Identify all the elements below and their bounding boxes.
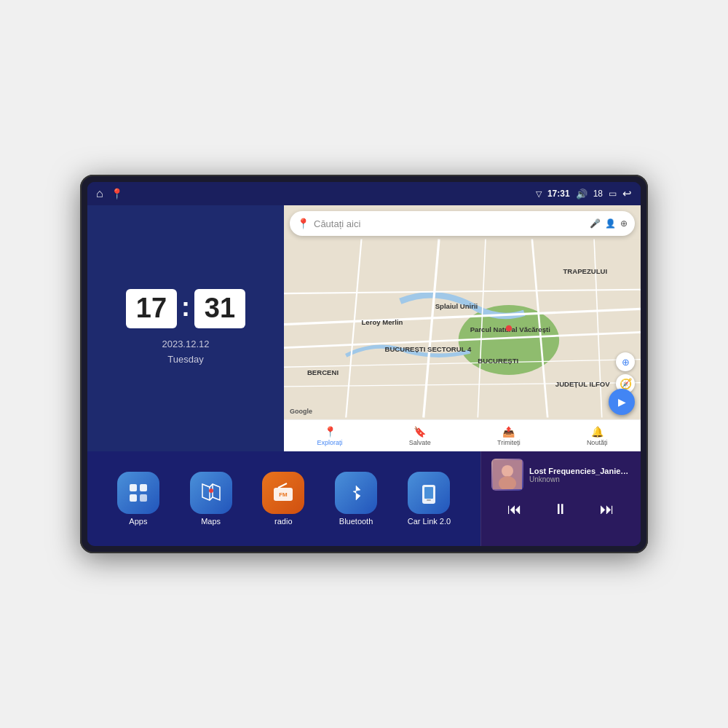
radio-label: radio — [274, 517, 292, 526]
share-label: Trimiteți — [497, 439, 521, 446]
svg-text:TRAPEZULUI: TRAPEZULUI — [563, 267, 607, 275]
carlink-icon-bg — [408, 472, 450, 514]
app-item-radio[interactable]: FM radio — [262, 472, 304, 526]
clock-hours: 17 — [126, 289, 177, 328]
top-section: 17 : 31 2023.12.12 Tuesday — [87, 205, 641, 451]
map-background: BERCENI BUCUREȘTI JUDEȚUL ILFOV TRAPEZUL… — [284, 205, 641, 451]
clock-widget: 17 : 31 2023.12.12 Tuesday — [87, 205, 284, 451]
svg-line-31 — [278, 483, 287, 488]
app-item-bluetooth[interactable]: Bluetooth — [335, 472, 377, 526]
apps-area: Apps Maps — [87, 451, 480, 546]
status-time: 17:31 — [547, 189, 570, 199]
map-widget[interactable]: BERCENI BUCUREȘTI JUDEȚUL ILFOV TRAPEZUL… — [284, 205, 641, 451]
music-thumbnail — [491, 459, 523, 491]
svg-point-28 — [209, 488, 213, 493]
status-bar: ⌂ 📍 ▽ 17:31 🔊 18 ▭ ↩ — [87, 182, 641, 205]
account-icon[interactable]: 👤 — [605, 218, 616, 229]
mic-icon[interactable]: 🎤 — [590, 218, 601, 229]
volume-icon: 🔊 — [576, 189, 587, 199]
explore-icon: 📍 — [324, 426, 336, 438]
app-item-maps[interactable]: Maps — [190, 472, 232, 526]
app-item-carlink[interactable]: Car Link 2.0 — [408, 472, 451, 526]
music-artist: Unknown — [529, 475, 630, 483]
clock-display: 17 : 31 — [126, 289, 245, 328]
maps-pin-icon[interactable]: 📍 — [111, 188, 123, 199]
news-icon: 🔔 — [591, 426, 604, 438]
navigation-fab[interactable]: ▶ — [609, 389, 635, 415]
svg-text:JUDEȚUL ILFOV: JUDEȚUL ILFOV — [555, 380, 610, 388]
back-icon[interactable]: ↩ — [622, 187, 632, 200]
main-area: 17 : 31 2023.12.12 Tuesday — [87, 205, 641, 546]
news-label: Noutăți — [587, 439, 608, 446]
apps-label: Apps — [129, 517, 147, 526]
saved-icon: 🔖 — [414, 426, 426, 438]
svg-rect-33 — [424, 487, 433, 499]
home-icon[interactable]: ⌂ — [96, 187, 103, 200]
svg-rect-22 — [140, 484, 147, 491]
music-title: Lost Frequencies_Janieck Devy-... — [529, 467, 630, 475]
share-icon: 📤 — [502, 426, 515, 438]
clock-day: Tuesday — [162, 352, 209, 368]
bluetooth-label: Bluetooth — [339, 517, 373, 526]
device-screen: ⌂ 📍 ▽ 17:31 🔊 18 ▭ ↩ 17 : — [87, 182, 641, 546]
map-nav-saved[interactable]: 🔖 Salvate — [409, 426, 431, 446]
music-controls: ⏮ ⏸ ⏭ — [491, 498, 630, 521]
battery-icon: ▭ — [609, 189, 617, 199]
svg-text:BUCUREȘTI: BUCUREȘTI — [478, 357, 518, 365]
status-bar-right: ▽ 17:31 🔊 18 ▭ ↩ — [536, 187, 632, 200]
prev-button[interactable]: ⏮ — [500, 498, 529, 521]
signal-icon: ▽ — [536, 189, 542, 199]
google-logo: Google — [290, 408, 312, 415]
map-search-placeholder: Căutați aici — [314, 218, 585, 229]
maps-label: Maps — [201, 517, 221, 526]
clock-colon: : — [181, 292, 190, 323]
svg-rect-24 — [140, 494, 147, 502]
clock-minutes: 31 — [194, 289, 245, 328]
device-frame: ⌂ 📍 ▽ 17:31 🔊 18 ▭ ↩ 17 : — [80, 175, 648, 553]
apps-icon — [117, 472, 159, 514]
svg-point-36 — [502, 465, 513, 477]
map-nav-news[interactable]: 🔔 Noutăți — [587, 426, 608, 446]
clock-date: 2023.12.12 Tuesday — [162, 337, 209, 368]
map-nav-share[interactable]: 📤 Trimiteți — [497, 426, 521, 446]
clock-date-value: 2023.12.12 — [162, 337, 209, 352]
explore-label: Explorați — [317, 439, 343, 446]
svg-point-20 — [506, 325, 513, 332]
app-item-apps[interactable]: Apps — [117, 472, 159, 526]
svg-text:Splaiul Unirii: Splaiul Unirii — [435, 302, 478, 310]
my-location-button[interactable]: ⊕ — [616, 352, 635, 371]
carlink-label: Car Link 2.0 — [408, 517, 451, 526]
svg-text:BERCENI: BERCENI — [307, 368, 339, 376]
music-info: Lost Frequencies_Janieck Devy-... Unknow… — [491, 459, 630, 491]
map-bottom-bar: 📍 Explorați 🔖 Salvate 📤 Trimiteți � — [284, 419, 641, 451]
svg-text:FM: FM — [280, 491, 288, 498]
svg-text:Leroy Merlin: Leroy Merlin — [362, 318, 403, 326]
next-button[interactable]: ⏭ — [593, 498, 622, 521]
bottom-section: Apps Maps — [87, 451, 641, 546]
svg-rect-23 — [130, 494, 137, 502]
map-nav-explore[interactable]: 📍 Explorați — [317, 426, 343, 446]
battery-level: 18 — [593, 189, 603, 199]
map-search-bar[interactable]: 📍 Căutați aici 🎤 👤 ⊕ — [290, 211, 635, 236]
bluetooth-icon-bg — [335, 472, 377, 514]
svg-text:BUCUREȘTI SECTORUL 4: BUCUREȘTI SECTORUL 4 — [384, 345, 472, 353]
svg-rect-21 — [130, 484, 137, 491]
svg-rect-34 — [427, 499, 431, 501]
radio-icon-bg: FM — [262, 472, 304, 514]
map-search-actions: 🎤 👤 ⊕ — [590, 218, 628, 229]
maps-logo-icon: 📍 — [297, 218, 309, 229]
music-player: Lost Frequencies_Janieck Devy-... Unknow… — [480, 451, 641, 546]
saved-label: Salvate — [409, 439, 431, 446]
layers-icon[interactable]: ⊕ — [620, 218, 628, 229]
status-bar-left: ⌂ 📍 — [96, 187, 123, 200]
music-text: Lost Frequencies_Janieck Devy-... Unknow… — [529, 467, 630, 483]
maps-icon — [190, 472, 232, 514]
play-pause-button[interactable]: ⏸ — [546, 498, 575, 521]
